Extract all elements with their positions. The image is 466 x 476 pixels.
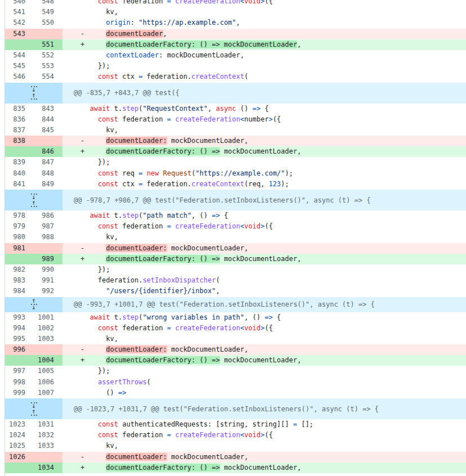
line-number-old[interactable]: 835 <box>5 104 34 114</box>
diff-row: 1026- documentLoader: mockDocumentLoader… <box>5 452 466 462</box>
line-number-old[interactable]: 978 <box>5 210 34 221</box>
line-number-new[interactable]: 844 <box>34 114 62 125</box>
line-number-new[interactable]: 1006 <box>34 377 62 388</box>
expand-up-button[interactable]: ↑ <box>29 200 39 208</box>
line-number-old[interactable]: 545 <box>5 61 34 71</box>
line-number-old[interactable] <box>5 146 34 157</box>
line-number-new[interactable]: 991 <box>34 275 62 286</box>
code-line: const ctx = federation.createContext(req… <box>62 179 466 190</box>
line-number-new[interactable] <box>34 344 62 355</box>
line-number-new[interactable]: 1007 <box>34 388 62 398</box>
line-number-old[interactable]: 981 <box>5 243 34 254</box>
line-number-new[interactable]: 987 <box>34 221 62 232</box>
code-cell: + documentLoaderFactory: () => mockDocum… <box>62 355 466 366</box>
line-number-old[interactable]: 1024 <box>5 430 34 441</box>
line-number-old[interactable]: 841 <box>5 179 34 190</box>
line-number-old[interactable]: 982 <box>5 264 34 275</box>
expand-down-button[interactable]: ↓ <box>29 85 39 93</box>
line-number-old[interactable]: 546 <box>5 71 34 82</box>
deletion-marker: - <box>80 452 87 462</box>
line-number-new[interactable]: 847 <box>34 157 62 168</box>
deletion-marker: - <box>80 344 87 355</box>
line-number-new[interactable] <box>34 29 62 39</box>
line-number-new[interactable]: 552 <box>34 50 62 61</box>
line-number-new[interactable] <box>34 136 62 146</box>
line-number-new[interactable]: 1031 <box>34 419 62 430</box>
expand-down-button[interactable]: ↓ <box>29 401 39 409</box>
line-number-new[interactable]: 849 <box>34 179 62 190</box>
code-token: void <box>244 222 261 230</box>
line-number-new[interactable]: 843 <box>34 104 62 114</box>
line-number-old[interactable]: 996 <box>5 344 34 355</box>
line-number-old[interactable]: 839 <box>5 157 34 168</box>
line-number-new[interactable]: 989 <box>34 254 62 264</box>
expand-up-button[interactable]: ↑ <box>29 409 39 417</box>
line-number-new[interactable]: 848 <box>34 168 62 179</box>
expand-down-button[interactable]: ↓ <box>29 192 39 200</box>
line-number-old[interactable]: 980 <box>5 232 34 243</box>
line-number-new[interactable] <box>34 243 62 254</box>
line-number-old[interactable] <box>5 462 34 473</box>
line-number-old[interactable]: 540 <box>5 0 34 7</box>
line-number-new[interactable] <box>34 452 62 462</box>
line-number-old[interactable]: 1025 <box>5 441 34 451</box>
line-number-new[interactable]: 1004 <box>34 355 62 366</box>
line-number-old[interactable]: 997 <box>5 366 34 376</box>
code-line: kv, <box>62 441 466 451</box>
line-number-new[interactable]: 554 <box>34 71 62 82</box>
line-number-new[interactable]: 549 <box>34 7 62 17</box>
line-number-new[interactable]: 846 <box>34 146 62 157</box>
arrow-up-icon: ↑ <box>32 93 36 98</box>
line-number-old[interactable]: 838 <box>5 136 34 146</box>
diff-row: 838- documentLoader: mockDocumentLoader, <box>5 136 466 146</box>
line-number-old[interactable]: 544 <box>5 50 34 61</box>
line-number-old[interactable]: 993 <box>5 312 34 323</box>
line-number-new[interactable]: 548 <box>34 0 62 7</box>
line-number-old[interactable] <box>5 39 34 50</box>
code-token: { <box>261 105 268 113</box>
line-number-old[interactable]: 1023 <box>5 419 34 430</box>
line-number-old[interactable]: 541 <box>5 7 34 17</box>
line-number-old[interactable]: 994 <box>5 323 34 334</box>
line-number-old[interactable]: 837 <box>5 125 34 136</box>
code-cell: + documentLoaderFactory: () => mockDocum… <box>62 254 466 264</box>
line-number-new[interactable]: 1002 <box>34 323 62 334</box>
line-number-new[interactable]: 551 <box>34 39 62 50</box>
line-number-new[interactable]: 988 <box>34 232 62 243</box>
line-number-old[interactable]: 998 <box>5 377 34 388</box>
line-number-old[interactable]: 542 <box>5 17 34 28</box>
line-number-new[interactable]: 1001 <box>34 312 62 323</box>
line-number-new[interactable]: 986 <box>34 210 62 221</box>
line-number-old[interactable]: 840 <box>5 168 34 179</box>
line-number-new[interactable]: 553 <box>34 61 62 71</box>
line-number-new[interactable]: 990 <box>34 264 62 275</box>
line-number-old[interactable] <box>5 254 34 264</box>
code-token: = <box>167 115 171 123</box>
line-number-old[interactable]: 983 <box>5 275 34 286</box>
line-number-old[interactable]: 979 <box>5 221 34 232</box>
line-number-new[interactable]: 1003 <box>34 334 62 344</box>
line-number-new[interactable]: 550 <box>34 17 62 28</box>
line-number-new[interactable]: 1032 <box>34 430 62 441</box>
line-number-new[interactable]: 845 <box>34 125 62 136</box>
line-number-new[interactable]: 1033 <box>34 441 62 451</box>
diff-row: 989+ documentLoaderFactory: () => mockDo… <box>5 254 466 264</box>
line-number-new[interactable]: 992 <box>34 286 62 297</box>
line-number-old[interactable]: 999 <box>5 388 34 398</box>
line-number-old[interactable]: 1026 <box>5 452 34 462</box>
line-number-old[interactable] <box>5 355 34 366</box>
expand-up-button[interactable]: ↑ <box>29 93 39 101</box>
line-number-new[interactable]: 1005 <box>34 366 62 376</box>
code-line: contextLoader: mockDocumentLoader, <box>62 50 466 61</box>
diff-row: 10251033 kv, <box>5 441 466 451</box>
code-cell: const ctx = federation.createContext( <box>62 71 466 82</box>
expand-all-button[interactable]: ↑↓ <box>29 298 39 311</box>
line-number-old[interactable]: 543 <box>5 29 34 39</box>
code-token: "/users/{identifier}/inbox" <box>106 287 216 295</box>
line-number-old[interactable]: 984 <box>5 286 34 297</box>
line-number-new[interactable]: 1034 <box>34 462 62 473</box>
line-number-old[interactable]: 836 <box>5 114 34 125</box>
code-token <box>82 431 98 439</box>
line-number-old[interactable]: 995 <box>5 334 34 344</box>
code-token: Request <box>163 169 192 177</box>
